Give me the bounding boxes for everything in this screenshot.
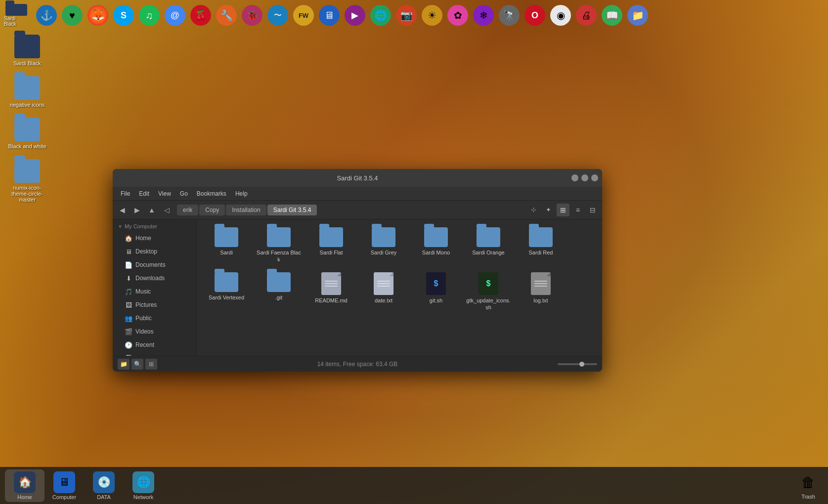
view-compact-button[interactable]: ⊟	[586, 204, 599, 216]
menu-view[interactable]: View	[154, 189, 175, 199]
file-item-git-sh[interactable]: $ git.sh	[411, 269, 461, 314]
skype-app-icon[interactable]: S	[113, 5, 134, 26]
file-label-sardi-grey: Sardi Grey	[371, 249, 397, 256]
wave-app-icon[interactable]: 〜	[267, 5, 288, 26]
email-app-icon[interactable]: @	[165, 5, 185, 26]
bug-app-icon[interactable]: 🐞	[242, 5, 262, 26]
print-app-icon[interactable]: 🖨	[576, 5, 597, 26]
wrench-app-icon[interactable]: 🔧	[216, 5, 237, 26]
downloads-icon: ⬇	[125, 274, 132, 282]
menu-bookmarks[interactable]: Bookmarks	[193, 189, 230, 199]
desktop-icon-numix[interactable]: numix-icon-theme-circle-master	[5, 159, 49, 203]
globe-app-icon[interactable]: 🌐	[370, 5, 391, 26]
sidebar-item-home[interactable]: 🏠 Home	[115, 232, 194, 245]
file-item-sardi-grey[interactable]: Sardi Grey	[359, 224, 408, 266]
folder-top-app-icon[interactable]: 📁	[627, 5, 648, 26]
file-item-sardi[interactable]: Sardi	[202, 224, 251, 266]
file-label-sardi-vertexed: Sardi Vertexed	[209, 294, 244, 301]
breadcrumb-copy[interactable]: Copy	[199, 205, 225, 215]
menu-help[interactable]: Help	[231, 189, 252, 199]
sidebar-item-public-label: Public	[135, 315, 152, 322]
file-item-date-txt[interactable]: date.txt	[359, 269, 408, 314]
file-item-sardi-vertexed[interactable]: Sardi Vertexed	[202, 269, 251, 314]
desktop-icon-black-and-white[interactable]: Black and white	[5, 118, 49, 149]
breadcrumb-erik[interactable]: erik	[177, 205, 198, 215]
snowflake-app-icon[interactable]: ❄	[473, 5, 494, 26]
taskbar-computer-icon[interactable]: 🖥 Computer	[44, 469, 84, 502]
file-item-gtk-update-icons[interactable]: $ gtk_update_icons.sh	[464, 269, 513, 314]
sidebar-item-desktop[interactable]: 🖥 Desktop	[115, 245, 194, 258]
opera-app-icon[interactable]: O	[524, 5, 545, 26]
camera-app-icon[interactable]: 📷	[396, 5, 417, 26]
health-app-icon[interactable]: ♥	[62, 5, 83, 26]
trash-label: Trash	[801, 494, 815, 500]
desktop-icon-negative-icons[interactable]: negative icons	[5, 76, 49, 108]
firefox-app-icon[interactable]: 🦊	[87, 5, 108, 26]
top-sardi-black-icon[interactable]: Sardi Black	[4, 4, 29, 27]
window-minimize-button[interactable]	[581, 174, 588, 181]
video-app-icon[interactable]: ▶	[345, 5, 365, 26]
view-list-button[interactable]: ≡	[571, 204, 584, 216]
desktop-icon-sardi-black[interactable]: Sardi Black	[5, 35, 49, 66]
sidebar-item-documents[interactable]: 📄 Documents	[115, 258, 194, 271]
nav-up-button[interactable]: ▲	[145, 204, 158, 216]
taskbar-home-icon[interactable]: 🏠 Home	[5, 469, 44, 502]
book-app-icon[interactable]: 📖	[602, 5, 622, 26]
zoom-slider[interactable]	[558, 363, 597, 365]
view-split-button[interactable]: ⊹	[527, 204, 540, 216]
sidebar: ▼ My Computer 🏠 Home 🖥 Desktop 📄 Documen…	[113, 219, 197, 356]
anchor-app-icon[interactable]: ⚓	[36, 5, 57, 26]
desktop-icon-label-black-and-white: Black and white	[8, 143, 46, 149]
status-btn-2[interactable]: 🔍	[131, 359, 143, 370]
file-item-sardi-flat[interactable]: Sardi Flat	[306, 224, 356, 266]
sidebar-item-recent[interactable]: 🕐 Recent	[115, 338, 194, 351]
menu-file[interactable]: File	[117, 189, 134, 199]
sidebar-item-filesystem[interactable]: 💾 File System	[115, 352, 194, 356]
sidebar-item-home-label: Home	[135, 235, 151, 242]
cherry-app-icon[interactable]: 🍒	[190, 5, 211, 26]
chrome-app-icon[interactable]: ◉	[550, 5, 571, 26]
sun-app-icon[interactable]: ☀	[422, 5, 442, 26]
toolbar: ◀ ▶ ▲ ◁ erik Copy Installation Sardi Git…	[113, 201, 602, 219]
taskbar-network-icon[interactable]: 🌐 Network	[124, 469, 163, 502]
breadcrumb-installation[interactable]: Installation	[226, 205, 266, 215]
taskbar-data-icon[interactable]: 💿 DATA	[84, 469, 124, 502]
spotify-app-icon[interactable]: ♫	[139, 5, 160, 26]
folder-icon-sardi-grey	[372, 227, 395, 247]
sidebar-item-public[interactable]: 👥 Public	[115, 312, 194, 325]
menu-edit[interactable]: Edit	[135, 189, 153, 199]
file-item-sardi-red[interactable]: Sardi Red	[516, 224, 566, 266]
status-btn-1[interactable]: 📁	[118, 359, 130, 370]
sidebar-item-downloads[interactable]: ⬇ Downloads	[115, 272, 194, 285]
file-item-sardi-orange[interactable]: Sardi Orange	[464, 224, 513, 266]
monitor-app-icon[interactable]: 🔭	[499, 5, 520, 26]
sidebar-item-pictures[interactable]: 🖼 Pictures	[115, 298, 194, 311]
window-close-button[interactable]	[571, 174, 578, 181]
file-item-sardi-faenza-black[interactable]: Sardi Faenza Black	[254, 224, 304, 266]
desktop-icons: Sardi Black negative icons Black and whi…	[5, 35, 49, 203]
file-item-log-txt[interactable]: log.txt	[516, 269, 566, 314]
nav-back-button[interactable]: ◀	[116, 204, 129, 216]
home-taskbar-img: 🏠	[14, 471, 36, 493]
screen-app-icon[interactable]: 🖥	[319, 5, 340, 26]
view-bookmark-button[interactable]: ✦	[542, 204, 555, 216]
status-btn-3[interactable]: ⊞	[145, 359, 157, 370]
window-maximize-button[interactable]	[591, 174, 598, 181]
view-icons-button[interactable]: ⊞	[557, 204, 569, 216]
trash-bottom-right[interactable]: 🗑 Trash	[788, 467, 828, 504]
file-item-readme[interactable]: README.md	[306, 269, 356, 314]
sidebar-item-videos[interactable]: 🎬 Videos	[115, 325, 194, 338]
folder-icon-sardi-red	[529, 227, 553, 247]
breadcrumb-sardi-git[interactable]: Sardi Git 3.5.4	[267, 205, 317, 215]
flower-app-icon[interactable]: ✿	[447, 5, 468, 26]
sidebar-item-music[interactable]: 🎵 Music	[115, 285, 194, 298]
menu-go[interactable]: Go	[176, 189, 192, 199]
file-item-git[interactable]: .git	[254, 269, 304, 314]
home-icon: 🏠	[125, 234, 132, 242]
taskbar-network-label: Network	[133, 494, 153, 500]
nav-forward-button[interactable]: ▶	[131, 204, 143, 216]
fw-app-icon[interactable]: FW	[293, 5, 314, 26]
breadcrumb-tabs: erik Copy Installation Sardi Git 3.5.4	[177, 205, 317, 215]
file-item-sardi-mono[interactable]: Sardi Mono	[411, 224, 461, 266]
nav-refresh-button[interactable]: ◁	[160, 204, 173, 216]
